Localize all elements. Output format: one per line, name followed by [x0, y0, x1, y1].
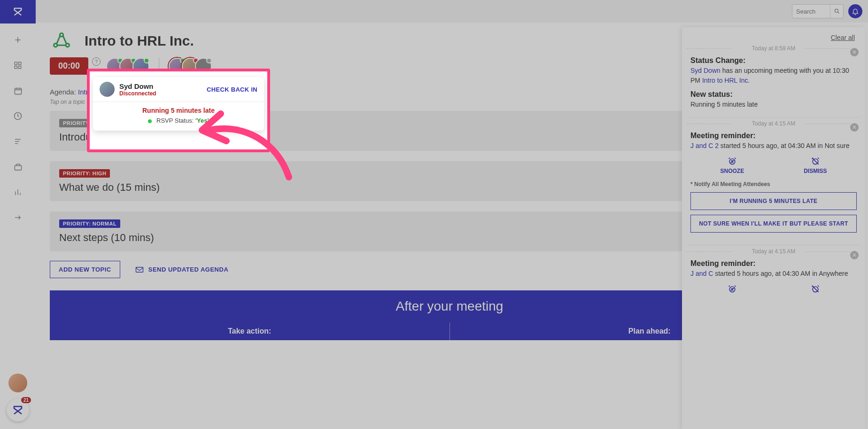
search-input[interactable]	[792, 8, 830, 15]
notifications-panel: Clear all Today at 8:59 AM ✕ Status Chan…	[682, 27, 865, 429]
attendee-popover: Syd Down Disconnected CHECK BACK IN Runn…	[93, 77, 264, 131]
envelope-icon	[134, 265, 145, 274]
not-sure-button[interactable]: NOT SURE WHEN I'LL MAKE IT BUT PLEASE ST…	[690, 215, 857, 233]
take-action-col: Take action:	[50, 322, 450, 340]
user-avatar[interactable]	[8, 374, 27, 392]
svg-rect-13	[136, 267, 143, 272]
add-icon[interactable]	[13, 35, 23, 45]
help-icon[interactable]: ?	[92, 57, 101, 66]
notification-item: ✕ Meeting reminder: J and C started 5 ho…	[687, 259, 860, 299]
snooze-button[interactable]: SNOOZE	[720, 156, 744, 174]
notification-timestamp: Today at 4:15 AM	[687, 248, 860, 255]
dismiss-icon	[811, 156, 820, 166]
svg-rect-1	[19, 62, 21, 64]
popover-status: Disconnected	[119, 90, 156, 97]
sidebar: 21	[0, 0, 36, 429]
topbar	[36, 0, 868, 23]
notification-subtitle: New status:	[690, 90, 857, 99]
priority-badge: PRIORITY: HIGH	[59, 169, 110, 178]
archive-icon[interactable]	[13, 162, 23, 172]
clock-icon[interactable]	[13, 111, 23, 121]
svg-point-9	[54, 44, 57, 47]
svg-rect-4	[15, 88, 21, 94]
notification-link[interactable]: Intro to HRL Inc.	[702, 77, 750, 84]
status-dot-icon	[148, 119, 152, 123]
notification-timestamp: Today at 8:59 AM	[687, 45, 860, 52]
arrow-icon[interactable]	[13, 212, 23, 223]
svg-rect-6	[15, 165, 21, 170]
svg-rect-2	[15, 66, 17, 69]
snooze-icon	[728, 156, 737, 166]
chart-icon[interactable]	[13, 187, 23, 197]
snooze-button[interactable]	[728, 284, 737, 294]
search-icon[interactable]	[830, 5, 843, 18]
priority-badge: PRIORITY: NORMAL	[59, 219, 120, 228]
brand-badge[interactable]: 21	[7, 399, 29, 421]
app-logo[interactable]	[0, 0, 36, 23]
timer: 00:00	[50, 57, 88, 75]
notification-count-badge: 21	[21, 397, 31, 403]
running-late-button[interactable]: I'M RUNNING 5 MINUTES LATE	[690, 192, 857, 210]
attendee-popover-highlight: Syd Down Disconnected CHECK BACK IN Runn…	[87, 69, 270, 152]
notification-item: ✕ Meeting reminder: J and C 2 started 5 …	[687, 132, 860, 243]
popover-avatar	[100, 82, 115, 97]
popover-name: Syd Down	[119, 82, 156, 90]
calendar-icon[interactable]	[13, 86, 23, 96]
notification-link[interactable]: Syd Down	[690, 67, 721, 74]
notification-link[interactable]: J and C	[690, 270, 713, 277]
dismiss-button[interactable]	[811, 284, 820, 294]
list-icon[interactable]	[13, 136, 23, 147]
dashboard-icon[interactable]	[13, 60, 23, 70]
clear-all-link[interactable]: Clear all	[687, 34, 860, 41]
notifications-button[interactable]	[848, 4, 862, 18]
svg-point-8	[60, 33, 63, 37]
notification-title: Status Change:	[690, 56, 857, 65]
dismiss-button[interactable]: DISMISS	[804, 156, 827, 174]
svg-point-10	[66, 44, 69, 47]
svg-rect-0	[15, 62, 17, 64]
page-title: Intro to HRL Inc.	[85, 33, 194, 49]
close-icon[interactable]: ✕	[850, 123, 859, 132]
notification-link[interactable]: J and C 2	[690, 142, 719, 149]
add-topic-button[interactable]: ADD NEW TOPIC	[50, 261, 120, 278]
svg-rect-3	[19, 66, 21, 69]
meeting-type-icon	[50, 29, 73, 53]
search-box	[792, 4, 844, 18]
popover-late-message: Running 5 minutes late	[100, 107, 257, 114]
snooze-icon	[728, 284, 737, 294]
notification-title: Meeting reminder:	[690, 259, 857, 268]
popover-rsvp: RSVP Status: 'Yes'	[100, 117, 257, 124]
notification-title: Meeting reminder:	[690, 132, 857, 140]
svg-point-7	[835, 9, 838, 12]
notify-all-label: * Notify All Meeting Attendees	[690, 181, 857, 187]
check-back-in-button[interactable]: CHECK BACK IN	[207, 86, 257, 93]
dismiss-icon	[811, 284, 820, 294]
notification-timestamp: Today at 4:15 AM	[687, 120, 860, 127]
notification-item: ✕ Status Change: Syd Down has an upcomin…	[687, 56, 860, 115]
close-icon[interactable]: ✕	[850, 48, 859, 56]
send-agenda-button[interactable]: SEND UPDATED AGENDA	[134, 265, 229, 274]
close-icon[interactable]: ✕	[850, 251, 859, 259]
